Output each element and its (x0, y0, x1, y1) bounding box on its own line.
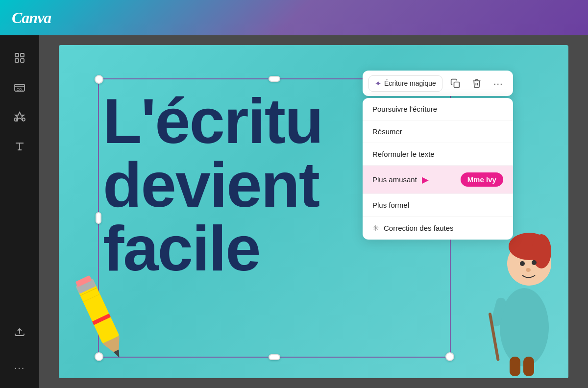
sparkle-icon: ✦ (375, 79, 381, 88)
svg-point-20 (520, 261, 525, 266)
brand-icon: CO. (14, 81, 25, 93)
fix-sparkle-icon: ✳ (372, 223, 379, 233)
svg-point-22 (526, 268, 531, 272)
svg-rect-0 (15, 53, 19, 57)
svg-rect-26 (523, 357, 534, 376)
handle-middle-left[interactable] (96, 212, 101, 224)
more-dots: ... (14, 360, 25, 371)
sidebar: CO. ... (0, 35, 39, 388)
menu-item-fix-label: Correction des fautes (384, 224, 454, 232)
more-dots-icon: ··· (493, 78, 503, 89)
menu-item-summarize[interactable]: Résumer (363, 121, 513, 143)
handle-top-left[interactable] (95, 75, 103, 84)
menu-item-summarize-label: Résumer (372, 127, 402, 136)
elements-icon (14, 111, 25, 122)
svg-text:CO.: CO. (17, 88, 23, 91)
top-bar: Canva (0, 0, 588, 35)
sidebar-item-upload[interactable] (7, 318, 32, 344)
sidebar-item-brand[interactable]: CO. (7, 74, 32, 100)
arrow-right-icon: ▶ (422, 174, 429, 185)
sidebar-item-text[interactable] (7, 133, 32, 159)
sidebar-item-elements[interactable] (7, 104, 32, 129)
handle-bottom-middle[interactable] (269, 354, 280, 360)
sidebar-item-templates[interactable] (7, 45, 32, 71)
menu-item-fix[interactable]: ✳ Correction des fautes (363, 217, 513, 240)
menu-item-fun[interactable]: Plus amusant ▶ Mme Ivy (363, 166, 513, 194)
menu-item-continue[interactable]: Poursuivre l'écriture (363, 98, 513, 121)
menu-item-fun-label: Plus amusant (372, 175, 417, 184)
toolbar-popup: ✦ Écriture magique (363, 71, 513, 240)
toolbar-bar: ✦ Écriture magique (363, 71, 513, 96)
canvas-area: L'écritu devient facile (39, 35, 588, 388)
svg-point-16 (500, 288, 549, 366)
copy-icon (450, 78, 460, 88)
copy-button[interactable] (446, 74, 464, 92)
handle-bottom-right[interactable] (445, 352, 454, 361)
design-canvas[interactable]: L'écritu devient facile (59, 45, 568, 378)
svg-point-21 (532, 260, 537, 265)
delete-button[interactable] (468, 74, 486, 92)
menu-item-formal[interactable]: Plus formel (363, 194, 513, 217)
trash-icon (472, 78, 482, 88)
menu-item-formal-label: Plus formel (372, 201, 409, 209)
svg-rect-3 (21, 59, 24, 62)
more-options-button[interactable]: ··· (490, 74, 507, 92)
svg-rect-27 (454, 82, 459, 88)
main-area: CO. ... (0, 35, 588, 388)
grid-icon (14, 52, 25, 64)
svg-rect-1 (21, 53, 24, 57)
canva-logo: Canva (12, 9, 51, 27)
handle-top-middle[interactable] (269, 76, 280, 82)
upload-icon (14, 325, 25, 337)
text-icon (14, 140, 25, 152)
menu-item-continue-label: Poursuivre l'écriture (372, 105, 437, 113)
dropdown-menu: Poursuivre l'écriture Résumer Reformuler… (363, 98, 513, 240)
menu-item-rewrite[interactable]: Reformuler le texte (363, 143, 513, 166)
svg-rect-25 (510, 357, 520, 376)
menu-item-rewrite-label: Reformuler le texte (372, 150, 435, 158)
svg-rect-2 (15, 59, 19, 62)
mme-ivy-badge: Mme Ivy (461, 172, 503, 187)
magic-write-label: Écriture magique (384, 79, 436, 87)
sidebar-item-more[interactable]: ... (7, 353, 32, 378)
magic-write-button[interactable]: ✦ Écriture magique (368, 75, 442, 92)
